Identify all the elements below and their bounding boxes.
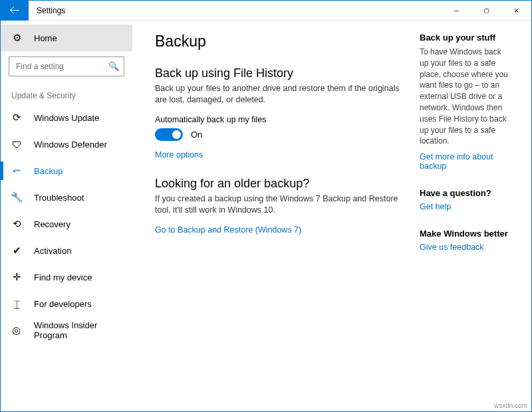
sidebar-item-find-my-device[interactable]: ✛ Find my device: [1, 264, 132, 290]
close-button[interactable]: ✕: [501, 1, 531, 21]
backup-icon: ⤺: [11, 165, 22, 176]
dev-icon: ⌶: [11, 298, 22, 309]
main: Backup Back up using File History Back u…: [132, 21, 531, 411]
insider-icon: ◎: [11, 325, 22, 336]
sidebar-item-label: Find my device: [34, 272, 92, 282]
sidebar: ⚙ Home 🔍 Update & Security ⟳ Windows Upd…: [1, 21, 132, 411]
search-icon: 🔍: [108, 61, 119, 71]
shield-icon: 🛡: [11, 139, 22, 150]
window-title: Settings: [37, 6, 65, 15]
watermark: wsxdn.com: [494, 402, 527, 409]
section-desc: If you created a backup using the Window…: [155, 193, 408, 216]
info-title: Make Windows better: [420, 229, 510, 239]
back-button[interactable]: 🡠: [1, 1, 29, 21]
minimize-button[interactable]: —: [442, 1, 471, 21]
sidebar-item-label: For developers: [34, 299, 92, 309]
maximize-button[interactable]: ▢: [471, 1, 501, 21]
sidebar-item-label: Home: [34, 33, 57, 43]
sidebar-item-label: Windows Insider Program: [34, 320, 132, 340]
section-title: Looking for an older backup?: [155, 177, 408, 191]
sidebar-item-label: Windows Update: [34, 113, 99, 123]
sidebar-item-activation[interactable]: ✔ Activation: [1, 237, 132, 264]
section-file-history: Back up using File History Back up your …: [155, 66, 408, 159]
toggle-switch-icon: [155, 128, 183, 141]
gear-icon: ⚙: [11, 33, 22, 43]
sidebar-item-label: Troubleshoot: [34, 193, 84, 203]
location-icon: ✛: [11, 272, 22, 282]
backup-restore-win7-link[interactable]: Go to Backup and Restore (Windows 7): [155, 225, 408, 235]
section-older-backup: Looking for an older backup? If you crea…: [155, 177, 408, 235]
content: ⚙ Home 🔍 Update & Security ⟳ Windows Upd…: [1, 21, 531, 411]
sidebar-item-insider[interactable]: ◎ Windows Insider Program: [1, 317, 132, 344]
sidebar-item-for-developers[interactable]: ⌶ For developers: [1, 290, 132, 317]
sidebar-item-label: Activation: [34, 246, 71, 256]
section-desc: Back up your files to another drive and …: [155, 83, 408, 106]
info-question: Have a question? Get help: [420, 188, 510, 211]
sidebar-item-troubleshoot[interactable]: 🔧 Troubleshoot: [1, 184, 132, 211]
search-wrap: 🔍: [9, 56, 124, 76]
sidebar-item-windows-update[interactable]: ⟳ Windows Update: [1, 104, 132, 131]
info-title: Have a question?: [420, 188, 510, 198]
wrench-icon: 🔧: [11, 192, 22, 203]
window-controls: — ▢ ✕: [442, 1, 531, 21]
sidebar-item-label: Recovery: [34, 219, 70, 229]
sync-icon: ⟳: [11, 112, 22, 123]
feedback-link[interactable]: Give us feedback: [420, 243, 510, 252]
section-title: Back up using File History: [155, 66, 408, 80]
search-input[interactable]: [9, 56, 124, 76]
toggle-label: Automatically back up my files: [155, 115, 408, 124]
right-panel: Back up your stuff To have Windows back …: [408, 33, 518, 411]
sidebar-item-home[interactable]: ⚙ Home: [1, 25, 132, 51]
check-icon: ✔: [11, 245, 22, 256]
sidebar-item-backup[interactable]: ⤺ Backup: [1, 157, 132, 184]
info-title: Back up your stuff: [420, 33, 510, 43]
info-feedback: Make Windows better Give us feedback: [420, 229, 510, 252]
sidebar-item-recovery[interactable]: ⟲ Recovery: [1, 211, 132, 237]
more-options-link[interactable]: More options: [155, 150, 408, 159]
page-title: Backup: [155, 33, 408, 51]
more-info-backup-link[interactable]: Get more info about backup: [420, 152, 510, 171]
main-center: Backup Back up using File History Back u…: [155, 33, 408, 411]
arrow-left-icon: 🡠: [9, 5, 20, 17]
sidebar-item-label: Windows Defender: [34, 140, 107, 150]
toggle-state: On: [191, 130, 202, 140]
auto-backup-toggle[interactable]: On: [155, 128, 408, 141]
titlebar: 🡠 Settings — ▢ ✕: [1, 1, 531, 21]
sidebar-item-windows-defender[interactable]: 🛡 Windows Defender: [1, 131, 132, 157]
info-desc: To have Windows back up your files to a …: [420, 47, 510, 147]
info-backup-stuff: Back up your stuff To have Windows back …: [420, 33, 510, 171]
clock-icon: ⟲: [11, 219, 22, 229]
sidebar-group-header: Update & Security: [1, 86, 132, 104]
get-help-link[interactable]: Get help: [420, 202, 510, 211]
sidebar-item-label: Backup: [34, 166, 63, 176]
